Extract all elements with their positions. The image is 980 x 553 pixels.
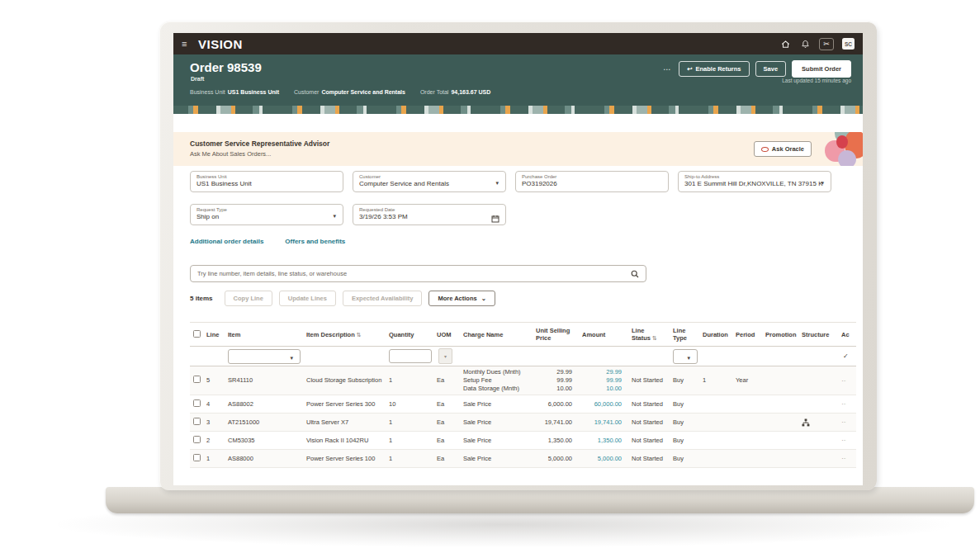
quantity-stepper[interactable]: ▾ (438, 348, 452, 364)
amount-link[interactable]: 60,000.00 (582, 400, 622, 409)
ask-oracle-button[interactable]: Ask Oracle (754, 141, 812, 157)
calendar-icon[interactable] (491, 211, 499, 226)
cell-line-status: Not Started (632, 453, 673, 465)
select-all-checkbox[interactable] (193, 330, 201, 338)
expected-availability-button[interactable]: Expected Availability (343, 291, 422, 306)
charge-name: Sale Price (463, 418, 533, 427)
cell-period (736, 439, 765, 442)
search-input[interactable] (197, 270, 631, 277)
ship-to-address-field[interactable]: Ship-to Address 301 E Summit Hill Dr,KNO… (678, 171, 831, 192)
status-badge: Draft (191, 76, 204, 82)
cell-description: Power Server Series 300 (306, 399, 389, 410)
amount-link[interactable]: 29.99 (582, 368, 622, 376)
purchase-order-field[interactable]: Purchase Order PO3192026 (515, 171, 669, 192)
tools-icon[interactable]: ✂ (819, 38, 834, 50)
customer-field[interactable]: Customer Computer Service and Rentals ▾ (353, 171, 506, 192)
save-button[interactable]: Save (755, 61, 787, 77)
quantity-filter-input[interactable] (389, 349, 432, 363)
cell-line: 5 (206, 375, 228, 386)
cell-duration (703, 457, 736, 461)
amount-link[interactable]: 19,741.00 (582, 418, 622, 427)
cell-quantity: 10 (389, 399, 437, 410)
row-checkbox[interactable] (193, 454, 201, 461)
amount-link[interactable]: 1,350.00 (582, 437, 622, 445)
cell-actions: … (841, 415, 856, 429)
info-customer: CustomerComputer Service and Rentals (294, 89, 405, 95)
row-checkbox[interactable] (193, 418, 201, 425)
additional-order-details-link[interactable]: Additional order details (190, 238, 263, 245)
column-label: Amount (582, 331, 605, 338)
notifications-bell-icon[interactable] (799, 38, 811, 50)
cell-unit-selling-price: 29.9999.9910.00 (536, 366, 582, 395)
column-header-amount: Amount (582, 329, 632, 340)
row-actions-icon[interactable]: … (841, 417, 846, 425)
enable-returns-button[interactable]: ↩ Enable Returns (679, 61, 749, 77)
request-type-field[interactable]: Request Type Ship on ▾ (190, 204, 343, 225)
chevron-down-icon[interactable]: ▾ (495, 180, 499, 187)
charge-name: Setup Fee (463, 376, 533, 385)
line-type-filter-select[interactable]: ▾ (673, 349, 698, 364)
charge-name: Sale Price (463, 437, 533, 445)
cell-actions: … (841, 451, 856, 466)
cell-uom: Ea (437, 453, 463, 465)
cell-actions: … (841, 374, 856, 388)
requested-date-field[interactable]: Requested Date 3/19/26 3:53 PM (353, 204, 506, 225)
offers-and-benefits-link[interactable]: Offers and benefits (285, 238, 345, 245)
sort-icon[interactable]: ⇅ (357, 332, 362, 338)
item-filter-select[interactable]: ▾ (228, 349, 301, 364)
page: ≡ VISION ✂ SC Order 98539 Draft Business… (0, 0, 980, 553)
cell-description: Ultra Server X7 (306, 417, 389, 428)
row-actions-icon[interactable]: … (841, 435, 846, 443)
column-label: Item Description (306, 331, 355, 338)
row-actions-icon[interactable]: … (841, 453, 846, 461)
cell-uom: Ea (437, 417, 463, 428)
amount-link[interactable]: 5,000.00 (582, 455, 622, 463)
column-label: Charge Name (463, 331, 503, 338)
cell-line-type: Buy (673, 453, 703, 465)
column-label: Quantity (389, 331, 414, 338)
detail-links: Additional order details Offers and bene… (190, 238, 345, 245)
search-icon[interactable] (631, 267, 639, 281)
cell-line: 1 (206, 453, 228, 465)
filter-apply-check-icon[interactable]: ✓ (841, 351, 856, 362)
column-header-promotion: Promotion (765, 329, 802, 340)
column-header-desc[interactable]: Item Description⇅ (306, 329, 389, 340)
chevron-down-icon[interactable]: ▾ (821, 180, 824, 187)
line-search-bar[interactable] (190, 265, 646, 282)
row-checkbox[interactable] (193, 436, 201, 443)
row-actions-icon[interactable]: … (841, 376, 846, 384)
submit-order-button[interactable]: Submit Order (792, 60, 851, 78)
structure-hierarchy-icon[interactable] (802, 417, 841, 428)
cell-structure (802, 439, 841, 442)
order-lines-table: ▦ LineItemItem Description⇅QuantityUOMCh… (190, 322, 856, 468)
table-row: 1AS88000Power Server Series 1001EaSale P… (190, 450, 856, 468)
more-options-icon[interactable]: ⋯ (663, 65, 671, 73)
row-checkbox[interactable] (193, 399, 201, 407)
user-avatar[interactable]: SC (842, 38, 855, 50)
cell-period (736, 457, 765, 461)
charge-price: 99.99 (536, 376, 572, 385)
home-icon[interactable] (779, 38, 791, 50)
more-actions-button[interactable]: More Actions ⌄ (428, 291, 495, 306)
cell-line: 4 (206, 399, 228, 410)
copy-line-button[interactable]: Copy Line (225, 291, 272, 306)
row-actions-icon[interactable]: … (841, 399, 846, 407)
table-row: 2CM53035Vision Rack II 1042RU1EaSale Pri… (190, 432, 856, 450)
column-header-status[interactable]: Line Status⇅ (632, 325, 673, 343)
amount-link[interactable]: 99.99 (582, 376, 622, 385)
column-label: Structure (802, 331, 829, 338)
cell-period (736, 421, 765, 424)
business-unit-field[interactable]: Business Unit US1 Business Unit (190, 171, 343, 192)
sort-icon[interactable]: ⇅ (652, 335, 657, 341)
hamburger-menu-icon[interactable]: ≡ (182, 40, 193, 49)
chevron-down-icon[interactable]: ▾ (333, 213, 336, 220)
column-label: Line (206, 331, 219, 338)
cell-charge-name: Sale Price (463, 453, 536, 465)
cell-line-type: Buy (673, 399, 703, 410)
cell-unit-selling-price: 1,350.00 (536, 435, 582, 447)
info-order-total: Order Total94,163.67 USD (420, 89, 490, 95)
update-lines-button[interactable]: Update Lines (279, 291, 336, 306)
amount-link[interactable]: 10.00 (582, 385, 622, 393)
cell-description: Power Server Series 100 (306, 453, 389, 465)
row-checkbox[interactable] (193, 376, 201, 383)
